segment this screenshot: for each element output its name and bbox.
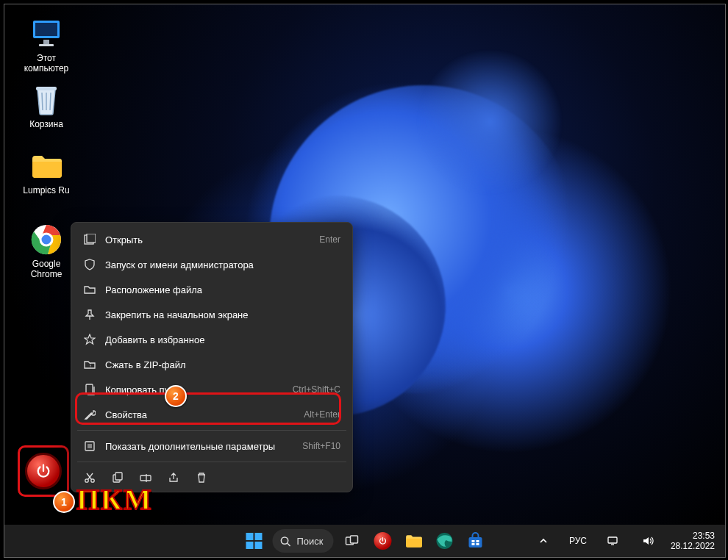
menu-item-compress-zip[interactable]: Сжать в ZIP-файл xyxy=(76,352,348,377)
tray-volume-button[interactable] xyxy=(635,528,660,553)
svg-rect-3 xyxy=(39,44,54,46)
network-icon xyxy=(607,535,618,547)
menu-item-run-as-admin[interactable]: Запуск от имени администратора xyxy=(76,252,348,277)
tray-clock[interactable]: 23:53 28.12.2022 xyxy=(671,531,719,551)
menu-separator xyxy=(77,462,346,462)
taskbar-app-power[interactable] xyxy=(371,528,396,553)
more-icon xyxy=(83,439,96,453)
menu-item-label: Расположение файла xyxy=(105,284,340,295)
svg-rect-10 xyxy=(87,234,96,243)
desktop-icon-label: Lumpics Ru xyxy=(15,185,78,195)
menu-item-shortcut: Alt+Enter xyxy=(304,409,340,420)
menu-item-properties[interactable]: Свойства Alt+Enter xyxy=(76,402,348,427)
svg-rect-27 xyxy=(608,537,617,543)
svg-rect-2 xyxy=(43,40,49,44)
start-button[interactable] xyxy=(241,528,266,553)
chrome-icon xyxy=(30,223,63,256)
menu-item-label: Запуск от имени администратора xyxy=(105,259,340,270)
open-icon xyxy=(83,233,96,246)
desktop-icon-lumpics-folder[interactable]: Lumpics Ru xyxy=(15,150,78,195)
menu-item-show-more[interactable]: Показать дополнительные параметры Shift+… xyxy=(76,434,348,459)
menu-item-label: Свойства xyxy=(105,409,295,420)
svg-rect-17 xyxy=(140,475,151,481)
search-label: Поиск xyxy=(296,536,323,547)
menu-item-open[interactable]: Открыть Enter xyxy=(76,227,348,252)
desktop-icon-label: Этоткомпьютер xyxy=(15,53,78,73)
tray-time: 23:53 xyxy=(671,531,715,541)
menu-item-label: Копировать путь xyxy=(105,384,284,395)
desktop-icon-this-pc[interactable]: Этоткомпьютер xyxy=(15,18,78,73)
menu-separator xyxy=(77,430,346,431)
zip-icon xyxy=(83,358,96,371)
delete-icon[interactable] xyxy=(195,471,208,484)
taskbar-app-store[interactable] xyxy=(463,528,488,553)
wrench-icon xyxy=(83,408,96,421)
taskbar-search[interactable]: Поиск xyxy=(272,529,333,553)
power-icon xyxy=(379,536,388,545)
power-app-icon[interactable] xyxy=(25,453,62,489)
svg-rect-4 xyxy=(36,87,57,90)
search-icon xyxy=(279,536,290,547)
svg-rect-23 xyxy=(472,540,475,542)
folder-icon xyxy=(30,150,63,182)
svg-rect-20 xyxy=(351,536,358,543)
taskview-icon xyxy=(345,534,360,548)
svg-rect-1 xyxy=(35,23,57,36)
menu-item-shortcut: Shift+F10 xyxy=(302,441,340,451)
svg-rect-24 xyxy=(477,540,479,542)
folder-icon xyxy=(405,533,423,549)
svg-rect-26 xyxy=(477,543,479,545)
taskbar-app-explorer[interactable] xyxy=(402,528,427,553)
pin-icon xyxy=(83,308,96,321)
shield-icon xyxy=(83,258,96,271)
volume-icon xyxy=(642,535,654,547)
tray-network-button[interactable] xyxy=(600,528,625,553)
edge-icon xyxy=(436,532,454,550)
annotation-badge-1: 1 xyxy=(53,491,75,513)
svg-rect-25 xyxy=(472,543,475,545)
menu-item-label: Добавить в избранное xyxy=(105,334,340,345)
annotation-pkm-label: ПКМ xyxy=(76,482,153,517)
svg-rect-11 xyxy=(86,384,93,393)
tray-overflow-button[interactable] xyxy=(531,528,556,553)
context-menu: Открыть Enter Запуск от имени администра… xyxy=(71,222,353,492)
menu-item-label: Показать дополнительные параметры xyxy=(105,441,293,452)
menu-item-label: Закрепить на начальном экране xyxy=(105,309,340,320)
desktop-icon-chrome[interactable]: GoogleChrome xyxy=(15,223,78,279)
windows-logo-icon xyxy=(246,533,262,549)
tray-language[interactable]: РУС xyxy=(566,528,590,553)
menu-item-label: Сжать в ZIP-файл xyxy=(105,359,340,370)
menu-item-pin-to-start[interactable]: Закрепить на начальном экране xyxy=(76,302,348,327)
trash-icon xyxy=(30,84,63,116)
taskbar-app-edge[interactable] xyxy=(432,528,457,553)
menu-item-file-location[interactable]: Расположение файла xyxy=(76,277,348,302)
taskbar: Поиск РУС xyxy=(4,525,725,557)
annotation-badge-2: 2 xyxy=(165,385,187,407)
desktop-icon-label: Корзина xyxy=(15,119,78,129)
share-icon[interactable] xyxy=(167,471,180,484)
copy-path-icon xyxy=(83,383,96,396)
svg-rect-16 xyxy=(115,473,122,480)
desktop-icon-label: GoogleChrome xyxy=(15,259,78,279)
annotation-frame-1 xyxy=(18,445,69,497)
monitor-icon xyxy=(30,18,63,50)
menu-item-label: Открыть xyxy=(105,234,310,245)
task-view-button[interactable] xyxy=(340,528,365,553)
menu-item-shortcut: Enter xyxy=(319,234,340,245)
menu-item-copy-path[interactable]: Копировать путь Ctrl+Shift+C xyxy=(76,377,348,402)
star-icon xyxy=(83,333,96,346)
menu-item-add-favorite[interactable]: Добавить в избранное xyxy=(76,327,348,352)
menu-item-shortcut: Ctrl+Shift+C xyxy=(293,384,340,395)
tray-language-label: РУС xyxy=(569,536,587,546)
chevron-up-icon xyxy=(539,536,548,545)
store-icon xyxy=(467,532,485,550)
tray-date: 28.12.2022 xyxy=(671,541,715,551)
desktop-icon-recycle-bin[interactable]: Корзина xyxy=(15,84,78,129)
folder-icon xyxy=(83,283,96,296)
svg-rect-22 xyxy=(469,537,482,548)
svg-point-18 xyxy=(281,536,288,543)
